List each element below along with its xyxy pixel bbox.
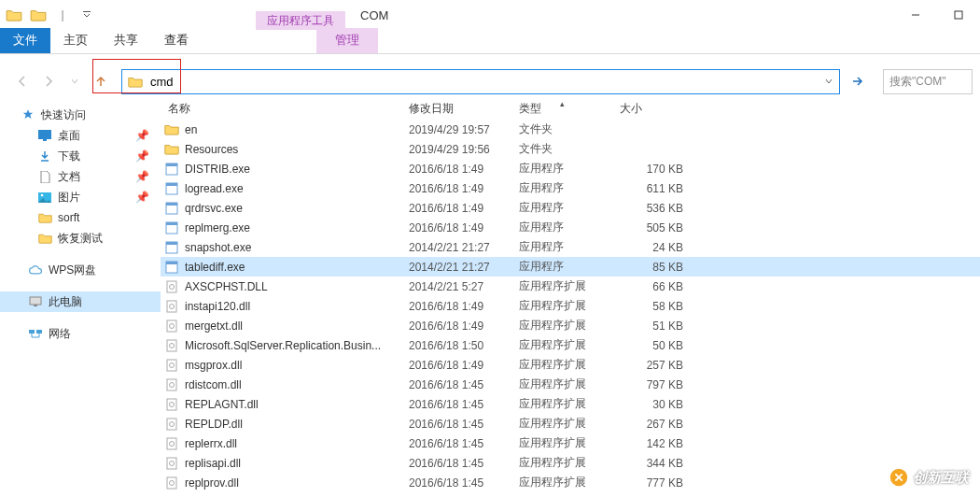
recent-dropdown[interactable] [63,70,86,92]
file-row[interactable]: instapi120.dll2016/6/18 1:49应用程序扩展58 KB [161,296,980,316]
file-type: 应用程序 [519,161,620,177]
file-name: AXSCPHST.DLL [185,280,268,293]
file-row[interactable]: snapshot.exe2014/2/21 21:27应用程序24 KB [161,237,980,257]
sidebar-label: 下载 [58,149,80,164]
sort-asc-icon: ▴ [560,99,565,108]
file-row[interactable]: replisapi.dll2016/6/18 1:45应用程序扩展344 KB [161,453,980,473]
col-type[interactable]: 类型▴ [519,101,620,117]
svg-rect-3 [38,130,51,139]
folder-icon [37,210,52,225]
col-size[interactable]: 大小 [620,101,687,117]
sidebar-label: 网络 [49,326,71,342]
file-row[interactable]: REPLDP.dll2016/6/18 1:45应用程序扩展267 KB [161,414,980,433]
tab-file[interactable]: 文件 [0,28,50,53]
svg-rect-10 [29,330,35,334]
tab-view[interactable]: 查看 [151,28,202,53]
file-icon [164,201,179,216]
sidebar-wps[interactable]: WPS网盘 [0,260,161,280]
file-size: 257 KB [620,359,687,372]
sidebar-desktop[interactable]: 桌面 📌 [0,125,161,146]
file-size: 536 KB [620,202,687,215]
file-icon [164,476,179,490]
sidebar-quick-access[interactable]: 快速访问 [0,105,161,125]
file-date: 2014/2/21 21:27 [409,241,519,254]
desktop-icon [37,128,52,143]
sidebar-this-pc[interactable]: 此电脑 [0,291,161,312]
file-name: msgprox.dll [185,359,242,372]
file-date: 2016/6/18 1:45 [409,378,519,391]
file-row[interactable]: logread.exe2016/6/18 1:49应用程序611 KB [161,178,980,198]
sidebar-label: 桌面 [58,128,80,144]
file-row[interactable]: DISTRIB.exe2016/6/18 1:49应用程序170 KB [161,159,980,178]
logo-icon [889,467,909,488]
svg-rect-39 [167,399,176,410]
file-size: 58 KB [620,300,687,313]
file-icon [164,436,179,451]
qat-dropdown-icon[interactable] [28,5,49,25]
col-name[interactable]: 名称 [164,101,409,117]
sidebar-recover[interactable]: 恢复测试 [0,228,161,248]
go-button[interactable] [846,69,870,94]
forward-button[interactable] [37,70,60,92]
file-date: 2016/6/18 1:49 [409,221,519,234]
sidebar-downloads[interactable]: 下载 📌 [0,146,161,166]
svg-rect-24 [166,242,177,245]
file-size: 30 KB [620,398,687,411]
file-row[interactable]: AXSCPHST.DLL2014/2/21 5:27应用程序扩展66 KB [161,277,980,296]
file-row[interactable]: tablediff.exe2014/2/21 21:27应用程序85 KB [161,257,980,277]
pin-icon: 📌 [135,191,149,204]
file-type: 应用程序扩展 [519,455,620,471]
file-date: 2016/6/18 1:49 [409,163,519,176]
file-row[interactable]: replprov.dll2016/6/18 1:45应用程序扩展777 KB [161,473,980,492]
file-date: 2016/6/18 1:49 [409,359,519,372]
sidebar-sorft[interactable]: sorft [0,207,161,228]
file-row[interactable]: Resources2019/4/29 19:56文件夹 [161,139,980,159]
file-row[interactable]: replerrx.dll2016/6/18 1:45应用程序扩展142 KB [161,433,980,453]
file-row[interactable]: msgprox.dll2016/6/18 1:49应用程序扩展257 KB [161,355,980,375]
sidebar-documents[interactable]: 文档 📌 [0,166,161,187]
file-type: 应用程序扩展 [519,298,620,314]
file-size: 777 KB [620,476,687,490]
sidebar: 快速访问 桌面 📌 下载 📌 文档 📌 图片 📌 sorft 恢复测 [0,97,161,497]
tab-home[interactable]: 主页 [50,28,101,53]
svg-rect-29 [167,301,176,312]
file-row[interactable]: qrdrsvc.exe2016/6/18 1:49应用程序536 KB [161,198,980,218]
up-button[interactable] [90,70,112,92]
ribbon-tabs: 文件 主页 共享 查看 管理 [0,30,980,54]
file-type: 应用程序 [519,239,620,255]
file-icon [164,358,179,373]
file-name: replmerg.exe [185,221,250,234]
tab-share[interactable]: 共享 [101,28,151,53]
file-row[interactable]: mergetxt.dll2016/6/18 1:49应用程序扩展51 KB [161,316,980,335]
minimize-button[interactable] [894,1,937,29]
file-row[interactable]: rdistcom.dll2016/6/18 1:45应用程序扩展797 KB [161,375,980,394]
search-input[interactable]: 搜索"COM" [883,69,973,94]
file-row[interactable]: replmerg.exe2016/6/18 1:49应用程序505 KB [161,218,980,237]
maximize-button[interactable] [937,1,980,29]
sidebar-pictures[interactable]: 图片 📌 [0,187,161,207]
file-row[interactable]: REPLAGNT.dll2016/6/18 1:45应用程序扩展30 KB [161,394,980,414]
sidebar-network[interactable]: 网络 [0,323,161,344]
file-name: replerrx.dll [185,437,237,450]
file-row[interactable]: en2019/4/29 19:57文件夹 [161,120,980,139]
address-input[interactable] [148,70,819,93]
address-bar[interactable] [121,69,840,94]
qat-customize-icon[interactable] [77,5,97,25]
search-placeholder: 搜索"COM" [889,74,946,90]
file-icon [164,299,179,314]
folder-icon [122,76,148,88]
file-type: 应用程序 [519,200,620,216]
file-name: logread.exe [185,182,244,195]
tab-manage[interactable]: 管理 [316,28,378,53]
col-date[interactable]: 修改日期 [409,101,519,117]
svg-rect-47 [167,477,176,489]
svg-rect-18 [166,183,177,186]
file-name: replprov.dll [185,476,239,490]
file-icon [164,279,179,294]
file-date: 2019/4/29 19:56 [409,143,519,156]
file-icon [164,162,179,177]
back-button[interactable] [11,70,34,92]
file-row[interactable]: Microsoft.SqlServer.Replication.Busin...… [161,335,980,355]
address-dropdown-icon[interactable] [819,70,839,93]
sidebar-label: 恢复测试 [58,231,103,247]
